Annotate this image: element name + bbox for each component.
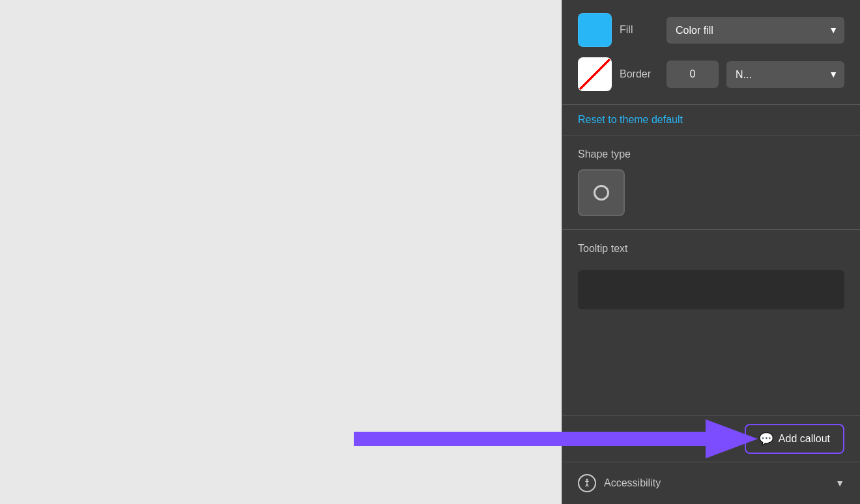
svg-point-2 (586, 479, 588, 481)
callout-area: 💬 Add callout (562, 416, 860, 462)
fill-color-swatch[interactable] (578, 13, 612, 47)
fill-type-select[interactable]: Color fill Linear gradient Radial gradie… (666, 17, 844, 44)
shape-type-button[interactable] (578, 169, 625, 216)
fill-border-section: Fill Color fill Linear gradient Radial g… (562, 0, 860, 105)
tooltip-section: Tooltip text (562, 230, 860, 416)
fill-label: Fill (620, 24, 659, 36)
shape-type-section: Shape type (562, 135, 860, 230)
border-label: Border (620, 68, 659, 80)
chat-icon: 💬 (759, 432, 773, 446)
add-callout-button[interactable]: 💬 Add callout (745, 424, 844, 454)
shape-type-label: Shape type (578, 148, 844, 160)
border-type-select[interactable]: N... None Solid Dashed (726, 61, 844, 88)
accessibility-label: Accessibility (604, 477, 827, 489)
border-width-input[interactable] (666, 61, 719, 88)
border-color-swatch[interactable] (578, 57, 612, 91)
reset-theme-link[interactable]: Reset to theme default (562, 105, 860, 135)
border-row: Border N... None Solid Dashed ▼ (578, 57, 844, 91)
shape-circle-icon (594, 185, 609, 201)
accessibility-section[interactable]: Accessibility ▼ (562, 462, 860, 504)
fill-dropdown-container: Color fill Linear gradient Radial gradie… (666, 17, 844, 44)
fill-row: Fill Color fill Linear gradient Radial g… (578, 13, 844, 47)
tooltip-input[interactable] (578, 270, 844, 309)
tooltip-label: Tooltip text (578, 243, 844, 255)
right-panel: Fill Color fill Linear gradient Radial g… (562, 0, 860, 504)
add-callout-label: Add callout (779, 433, 830, 445)
border-type-container: N... None Solid Dashed ▼ (726, 61, 844, 88)
accessibility-chevron-icon: ▼ (835, 478, 844, 488)
accessibility-icon (578, 474, 596, 492)
canvas-area (0, 0, 562, 504)
